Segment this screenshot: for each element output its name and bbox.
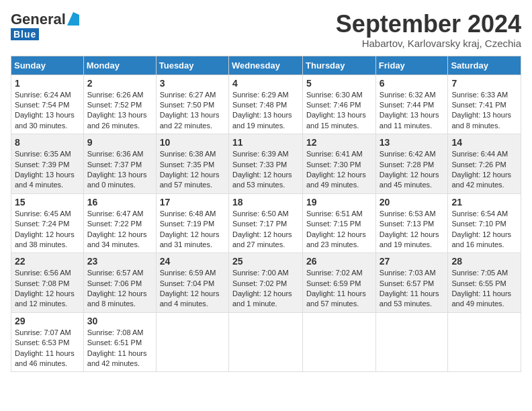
- calendar-cell: 8Sunrise: 6:35 AM Sunset: 7:39 PM Daylig…: [11, 134, 84, 194]
- header-day-thursday: Thursday: [303, 56, 376, 75]
- header-day-sunday: Sunday: [11, 56, 84, 75]
- header-day-monday: Monday: [83, 56, 156, 75]
- day-number: 29: [15, 316, 80, 326]
- calendar-cell: [156, 312, 228, 372]
- day-number: 14: [451, 137, 517, 148]
- day-info: Sunrise: 6:41 AM Sunset: 7:30 PM Dayligh…: [306, 149, 372, 191]
- day-info: Sunrise: 7:02 AM Sunset: 6:59 PM Dayligh…: [306, 268, 372, 310]
- logo-icon: [67, 12, 79, 26]
- calendar-cell: 23Sunrise: 6:57 AM Sunset: 7:06 PM Dayli…: [83, 253, 156, 313]
- day-info: Sunrise: 6:56 AM Sunset: 7:08 PM Dayligh…: [15, 268, 80, 310]
- calendar-cell: 17Sunrise: 6:48 AM Sunset: 7:19 PM Dayli…: [156, 193, 228, 253]
- calendar-cell: 15Sunrise: 6:45 AM Sunset: 7:24 PM Dayli…: [11, 193, 84, 253]
- title-area: September 2024 Habartov, Karlovarsky kra…: [336, 11, 521, 49]
- day-number: 9: [87, 137, 152, 148]
- calendar-cell: 4Sunrise: 6:29 AM Sunset: 7:48 PM Daylig…: [228, 75, 302, 134]
- day-info: Sunrise: 6:38 AM Sunset: 7:35 PM Dayligh…: [160, 149, 225, 191]
- day-info: Sunrise: 7:05 AM Sunset: 6:55 PM Dayligh…: [451, 268, 517, 310]
- day-info: Sunrise: 6:39 AM Sunset: 7:33 PM Dayligh…: [232, 149, 299, 191]
- calendar-cell: 24Sunrise: 6:59 AM Sunset: 7:04 PM Dayli…: [156, 253, 228, 313]
- calendar-cell: 16Sunrise: 6:47 AM Sunset: 7:22 PM Dayli…: [83, 193, 156, 253]
- day-info: Sunrise: 6:36 AM Sunset: 7:37 PM Dayligh…: [87, 149, 152, 191]
- day-number: 27: [380, 256, 445, 267]
- day-number: 23: [87, 256, 152, 267]
- calendar-cell: [303, 312, 376, 372]
- day-number: 3: [160, 78, 225, 89]
- day-info: Sunrise: 6:51 AM Sunset: 7:15 PM Dayligh…: [306, 209, 372, 250]
- day-info: Sunrise: 6:24 AM Sunset: 7:54 PM Dayligh…: [15, 90, 80, 132]
- calendar-cell: [228, 312, 302, 372]
- calendar-cell: 5Sunrise: 6:30 AM Sunset: 7:46 PM Daylig…: [303, 75, 376, 134]
- calendar-cell: 25Sunrise: 7:00 AM Sunset: 7:02 PM Dayli…: [228, 253, 302, 313]
- calendar-cell: 20Sunrise: 6:53 AM Sunset: 7:13 PM Dayli…: [375, 193, 448, 253]
- calendar-cell: 29Sunrise: 7:07 AM Sunset: 6:53 PM Dayli…: [11, 312, 84, 372]
- day-info: Sunrise: 6:26 AM Sunset: 7:52 PM Dayligh…: [87, 90, 152, 132]
- header-day-friday: Friday: [375, 56, 448, 75]
- day-number: 2: [87, 78, 152, 89]
- day-number: 25: [232, 256, 299, 267]
- logo: General Blue: [11, 11, 79, 40]
- day-number: 12: [306, 137, 372, 148]
- day-info: Sunrise: 6:45 AM Sunset: 7:24 PM Dayligh…: [15, 209, 80, 250]
- calendar-cell: 27Sunrise: 7:03 AM Sunset: 6:57 PM Dayli…: [375, 253, 448, 313]
- calendar-cell: 19Sunrise: 6:51 AM Sunset: 7:15 PM Dayli…: [303, 193, 376, 253]
- day-number: 20: [380, 197, 445, 208]
- calendar-cell: 10Sunrise: 6:38 AM Sunset: 7:35 PM Dayli…: [156, 134, 228, 194]
- location-subtitle: Habartov, Karlovarsky kraj, Czechia: [336, 38, 521, 49]
- day-number: 7: [451, 78, 517, 89]
- calendar-cell: 21Sunrise: 6:54 AM Sunset: 7:10 PM Dayli…: [448, 193, 521, 253]
- day-number: 10: [160, 137, 225, 148]
- calendar-cell: [448, 312, 521, 372]
- day-number: 17: [160, 197, 225, 208]
- day-number: 6: [380, 78, 445, 89]
- day-number: 28: [451, 256, 517, 267]
- day-number: 5: [306, 78, 372, 89]
- day-info: Sunrise: 6:48 AM Sunset: 7:19 PM Dayligh…: [160, 209, 225, 250]
- logo-blue: Blue: [11, 28, 39, 40]
- day-info: Sunrise: 6:27 AM Sunset: 7:50 PM Dayligh…: [160, 90, 225, 132]
- calendar-cell: 3Sunrise: 6:27 AM Sunset: 7:50 PM Daylig…: [156, 75, 228, 134]
- day-info: Sunrise: 6:50 AM Sunset: 7:17 PM Dayligh…: [232, 209, 299, 250]
- calendar-cell: 2Sunrise: 6:26 AM Sunset: 7:52 PM Daylig…: [83, 75, 156, 134]
- day-info: Sunrise: 6:59 AM Sunset: 7:04 PM Dayligh…: [160, 268, 225, 310]
- day-info: Sunrise: 6:47 AM Sunset: 7:22 PM Dayligh…: [87, 209, 152, 250]
- day-number: 22: [15, 256, 80, 267]
- calendar-table: SundayMondayTuesdayWednesdayThursdayFrid…: [11, 56, 521, 373]
- day-number: 13: [380, 137, 445, 148]
- day-number: 4: [232, 78, 299, 89]
- calendar-cell: [375, 312, 448, 372]
- calendar-cell: 12Sunrise: 6:41 AM Sunset: 7:30 PM Dayli…: [303, 134, 376, 194]
- calendar-cell: 14Sunrise: 6:44 AM Sunset: 7:26 PM Dayli…: [448, 134, 521, 194]
- day-info: Sunrise: 7:00 AM Sunset: 7:02 PM Dayligh…: [232, 268, 299, 310]
- header-day-saturday: Saturday: [448, 56, 521, 75]
- day-number: 1: [15, 78, 80, 89]
- calendar-cell: 26Sunrise: 7:02 AM Sunset: 6:59 PM Dayli…: [303, 253, 376, 313]
- day-number: 26: [306, 256, 372, 267]
- calendar-cell: 1Sunrise: 6:24 AM Sunset: 7:54 PM Daylig…: [11, 75, 84, 134]
- month-title: September 2024: [336, 11, 521, 38]
- calendar-cell: 7Sunrise: 6:33 AM Sunset: 7:41 PM Daylig…: [448, 75, 521, 134]
- day-number: 8: [15, 137, 80, 148]
- day-info: Sunrise: 7:03 AM Sunset: 6:57 PM Dayligh…: [380, 268, 445, 310]
- calendar-cell: 28Sunrise: 7:05 AM Sunset: 6:55 PM Dayli…: [448, 253, 521, 313]
- calendar-cell: 6Sunrise: 6:32 AM Sunset: 7:44 PM Daylig…: [375, 75, 448, 134]
- calendar-cell: 11Sunrise: 6:39 AM Sunset: 7:33 PM Dayli…: [228, 134, 302, 194]
- day-info: Sunrise: 6:35 AM Sunset: 7:39 PM Dayligh…: [15, 149, 80, 191]
- day-number: 19: [306, 197, 372, 208]
- day-info: Sunrise: 6:33 AM Sunset: 7:41 PM Dayligh…: [451, 90, 517, 132]
- day-number: 30: [87, 316, 152, 326]
- day-info: Sunrise: 6:44 AM Sunset: 7:26 PM Dayligh…: [451, 149, 517, 191]
- logo-general: General: [11, 11, 66, 28]
- day-info: Sunrise: 7:07 AM Sunset: 6:53 PM Dayligh…: [15, 328, 80, 369]
- header-day-wednesday: Wednesday: [228, 56, 302, 75]
- day-number: 11: [232, 137, 299, 148]
- day-info: Sunrise: 6:57 AM Sunset: 7:06 PM Dayligh…: [87, 268, 152, 310]
- day-number: 18: [232, 197, 299, 208]
- calendar-cell: 22Sunrise: 6:56 AM Sunset: 7:08 PM Dayli…: [11, 253, 84, 313]
- calendar-cell: 30Sunrise: 7:08 AM Sunset: 6:51 PM Dayli…: [83, 312, 156, 372]
- day-info: Sunrise: 6:54 AM Sunset: 7:10 PM Dayligh…: [451, 209, 517, 250]
- header-day-tuesday: Tuesday: [156, 56, 228, 75]
- svg-marker-0: [67, 12, 79, 26]
- calendar-cell: 18Sunrise: 6:50 AM Sunset: 7:17 PM Dayli…: [228, 193, 302, 253]
- day-number: 15: [15, 197, 80, 208]
